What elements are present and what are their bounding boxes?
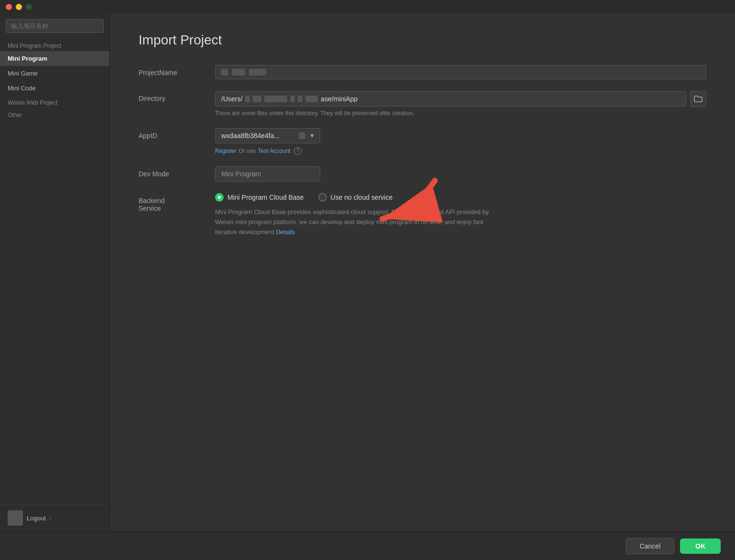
backend-service-row: Backend Service Mini Program Cloud Base … (139, 193, 706, 237)
redacted-block (299, 132, 305, 139)
backend-service-label: Backend Service (139, 193, 205, 212)
browse-folder-button[interactable] (690, 91, 706, 107)
test-account-link[interactable]: Test Account (258, 148, 291, 154)
directory-suffix: ase/miniApp (321, 95, 357, 103)
dropdown-arrow-icon: ▼ (309, 132, 315, 139)
minimize-button[interactable] (16, 4, 22, 10)
maximize-button[interactable] (26, 4, 32, 10)
bottom-bar: Cancel OK (0, 531, 735, 560)
redacted-block (264, 96, 287, 102)
cloud-base-option[interactable]: Mini Program Cloud Base (215, 193, 304, 202)
redacted-block (249, 69, 266, 75)
or-use-text: Or use (238, 148, 256, 154)
titlebar (0, 0, 735, 13)
dev-mode-label: Dev Mode (139, 166, 205, 178)
sidebar-item-mini-game[interactable]: Mini Game (0, 66, 109, 81)
register-link[interactable]: Register (215, 148, 237, 154)
no-cloud-radio[interactable] (318, 193, 327, 202)
redacted-block (245, 96, 250, 102)
logout-arrow-icon: › (50, 515, 52, 521)
ok-button[interactable]: OK (680, 538, 721, 554)
sidebar-group-other: Other (0, 108, 109, 120)
sidebar-group-weixin-web: Weixin Web Project (0, 96, 109, 108)
cloud-base-label: Mini Program Cloud Base (227, 194, 304, 201)
backend-options: Mini Program Cloud Base Use no cloud ser… (215, 193, 706, 202)
redacted-block (253, 96, 261, 102)
redacted-block (232, 69, 245, 75)
directory-row: Directory /Users/ ase/miniApp (139, 91, 706, 117)
search-input[interactable] (6, 19, 104, 33)
sidebar-item-mini-program[interactable]: Mini Program (0, 51, 109, 66)
redacted-block (298, 96, 303, 102)
backend-description: Mini Program Cloud Base provides sophist… (215, 207, 502, 237)
logout-button[interactable]: Logout (27, 515, 46, 522)
dev-mode-input[interactable] (215, 166, 320, 182)
no-cloud-label: Use no cloud service (331, 194, 393, 201)
directory-hint: There are some files under this director… (215, 110, 706, 117)
cloud-base-radio[interactable] (215, 193, 224, 202)
project-name-label: ProjectName (139, 65, 205, 76)
appid-row: AppID wxdaa8fb384e4fa... ▼ Register Or u… (139, 128, 706, 155)
appid-label: AppID (139, 128, 205, 140)
details-link[interactable]: Details (276, 228, 295, 236)
no-cloud-option[interactable]: Use no cloud service (318, 193, 393, 202)
dev-mode-row: Dev Mode (139, 166, 706, 182)
redacted-block (290, 96, 295, 102)
main-content: Import Project ProjectName Directory /Us… (110, 13, 735, 531)
directory-label: Directory (139, 91, 205, 102)
project-name-control (215, 65, 706, 79)
directory-control: /Users/ ase/miniApp (215, 91, 706, 117)
cancel-button[interactable]: Cancel (626, 538, 674, 554)
appid-value: wxdaa8fb384e4fa... (221, 132, 280, 140)
sidebar: Mini Program Project Mini Program Mini G… (0, 13, 110, 531)
redacted-block (305, 96, 318, 102)
redacted-block (221, 69, 228, 75)
help-icon[interactable]: ? (294, 147, 302, 155)
dev-mode-control (215, 166, 706, 182)
sidebar-item-mini-code[interactable]: Mini Code (0, 81, 109, 96)
directory-prefix: /Users/ (221, 95, 242, 103)
project-name-row: ProjectName (139, 65, 706, 79)
close-button[interactable] (6, 4, 12, 10)
backend-service-control: Mini Program Cloud Base Use no cloud ser… (215, 193, 706, 237)
app-body: Mini Program Project Mini Program Mini G… (0, 13, 735, 531)
appid-control: wxdaa8fb384e4fa... ▼ Register Or use Tes… (215, 128, 706, 155)
sidebar-group-mini-program-project: Mini Program Project (0, 39, 109, 51)
avatar (8, 510, 23, 526)
page-title: Import Project (139, 32, 706, 48)
sidebar-footer: Logout › (0, 504, 109, 531)
